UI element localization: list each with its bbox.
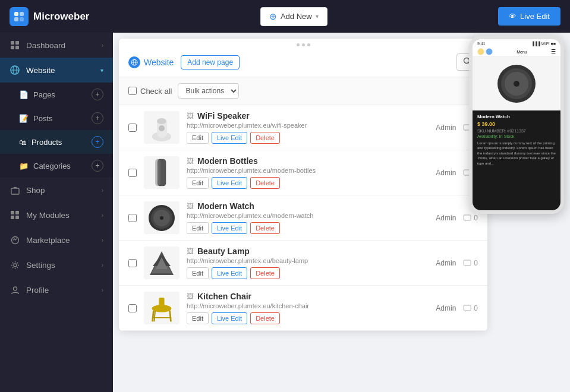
product-info: 🖼 Kitchen Chair http://microweber.plumte…: [187, 292, 429, 324]
live-edit-button[interactable]: 👁 Live Edit: [498, 7, 560, 26]
row-checkbox[interactable]: [128, 259, 137, 267]
mobile-availability: Availability: In Stock: [477, 134, 556, 138]
panel-header: Website Add new page: [119, 49, 487, 77]
sidebar-item-label: Marketplace: [26, 236, 70, 245]
sidebar-item-marketplace[interactable]: Marketplace ›: [0, 227, 113, 252]
sub-menu-item-pages[interactable]: 📄 Pages +: [0, 83, 113, 106]
add-new-button[interactable]: ⊕ Add New ▾: [260, 7, 327, 26]
row-checkbox[interactable]: [128, 124, 137, 132]
svg-rect-13: [15, 211, 19, 214]
dashboard-icon: [10, 40, 20, 50]
delete-button[interactable]: Delete: [250, 177, 280, 189]
sidebar-item-settings[interactable]: Settings ›: [0, 252, 113, 277]
comment-count: 0: [463, 259, 478, 267]
svg-rect-12: [11, 211, 14, 214]
sidebar-item-label: Shop: [26, 186, 45, 195]
live-edit-button[interactable]: Live Edit: [212, 312, 247, 324]
row-checkbox[interactable]: [128, 169, 137, 177]
sidebar-item-profile[interactable]: Profile ›: [0, 277, 113, 302]
table-header: Check all Bulk actions: [119, 77, 487, 105]
sub-menu-item-products[interactable]: 🛍 Products +: [0, 130, 113, 154]
sub-menu-item-posts[interactable]: 📝 Posts +: [0, 106, 113, 130]
delete-button[interactable]: Delete: [250, 222, 280, 234]
product-img-icon: 🖼: [187, 202, 194, 210]
row-checkbox[interactable]: [128, 304, 137, 312]
sidebar-item-website[interactable]: Website ▾: [0, 58, 113, 83]
mobile-price: $ 39.00: [477, 121, 556, 127]
product-name: Modern Bottles: [197, 156, 258, 166]
settings-icon: [10, 260, 20, 270]
svg-line-44: [153, 311, 154, 321]
add-page-icon[interactable]: +: [92, 88, 103, 100]
logo-icon: [10, 7, 29, 26]
modules-icon: [10, 210, 20, 220]
product-info: 🖼 Modern Watch http://microweber.plumtex…: [187, 201, 429, 234]
svg-rect-48: [159, 298, 164, 309]
edit-button[interactable]: Edit: [187, 177, 209, 189]
svg-point-27: [159, 125, 165, 131]
delete-button[interactable]: Delete: [250, 267, 280, 279]
svg-rect-14: [11, 216, 14, 219]
svg-rect-4: [11, 41, 14, 45]
product-name: Kitchen Chair: [197, 292, 251, 301]
product-img-icon: 🖼: [187, 292, 194, 301]
product-image: [144, 292, 179, 324]
chevron-right-icon: ›: [102, 187, 103, 194]
mobile-product-image: [473, 57, 560, 110]
check-all-label[interactable]: Check all: [128, 87, 172, 96]
product-image: [144, 156, 179, 189]
svg-point-18: [13, 287, 17, 290]
svg-point-17: [14, 264, 17, 267]
live-edit-button[interactable]: Live Edit: [212, 222, 247, 234]
product-info: 🖼 Modern Bottles http://microweber.plumt…: [187, 156, 429, 189]
add-product-icon[interactable]: +: [92, 136, 103, 148]
edit-button[interactable]: Edit: [187, 267, 209, 279]
svg-point-16: [11, 236, 18, 244]
products-icon: 🛍: [19, 138, 27, 147]
add-post-icon[interactable]: +: [92, 112, 103, 124]
add-new-page-button[interactable]: Add new page: [181, 55, 240, 69]
check-all-checkbox[interactable]: [128, 87, 137, 95]
svg-rect-1: [20, 12, 24, 16]
mobile-status-bar: 9:41 ▐▐▐ WiFi ■■: [473, 39, 560, 47]
svg-rect-37: [464, 215, 471, 220]
table-row: 🖼 Modern Bottles http://microweber.plumt…: [119, 150, 487, 195]
svg-rect-11: [11, 188, 19, 194]
row-actions: Edit Live Edit Delete: [187, 177, 429, 189]
svg-rect-49: [464, 305, 471, 311]
svg-rect-5: [15, 41, 19, 45]
product-image: [144, 246, 179, 279]
svg-rect-15: [15, 216, 19, 219]
edit-button[interactable]: Edit: [187, 312, 209, 324]
live-edit-button[interactable]: Live Edit: [212, 177, 247, 189]
website-tab[interactable]: Website: [128, 56, 174, 68]
mobile-preview: 9:41 ▐▐▐ WiFi ■■ Menu ☰: [469, 36, 564, 214]
add-category-icon[interactable]: +: [92, 160, 103, 172]
chevron-down-icon: ▾: [316, 13, 319, 20]
website-icon: [10, 65, 20, 75]
categories-icon: 📁: [19, 162, 29, 170]
product-img-icon: 🖼: [187, 247, 194, 255]
chevron-right-icon: ›: [102, 262, 103, 268]
product-name: Beauty Lamp: [197, 246, 250, 256]
sidebar-item-shop[interactable]: Shop ›: [0, 178, 113, 203]
sidebar-item-dashboard[interactable]: Dashboard ›: [0, 33, 113, 58]
svg-rect-0: [14, 12, 18, 16]
author-label: Admin: [436, 304, 456, 312]
row-checkbox[interactable]: [128, 214, 137, 222]
sub-menu-item-categories[interactable]: 📁 Categories +: [0, 154, 113, 178]
sidebar-item-my-modules[interactable]: My Modules ›: [0, 203, 113, 227]
profile-icon: [10, 284, 20, 295]
delete-button[interactable]: Delete: [250, 132, 280, 144]
table-row: 🖼 Beauty Lamp http://microweber.plumtex.…: [119, 241, 487, 286]
svg-point-55: [514, 81, 519, 87]
live-edit-button[interactable]: Live Edit: [212, 267, 247, 279]
row-actions: Edit Live Edit Delete: [187, 222, 429, 234]
delete-button[interactable]: Delete: [250, 312, 280, 324]
bulk-actions-select[interactable]: Bulk actions: [178, 83, 239, 99]
product-img-icon: 🖼: [187, 112, 194, 120]
edit-button[interactable]: Edit: [187, 222, 209, 234]
author-label: Admin: [436, 169, 456, 177]
live-edit-button[interactable]: Live Edit: [212, 132, 247, 144]
edit-button[interactable]: Edit: [187, 132, 209, 144]
